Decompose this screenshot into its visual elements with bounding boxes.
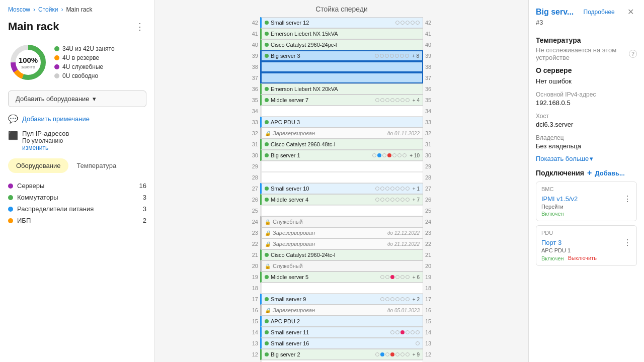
rack-cell-device[interactable]: Big server 3+ 8 <box>260 50 423 61</box>
rack-row: 3434 <box>246 106 437 117</box>
rack-row: 32🔒Зарезервировандо 01.11.202232 <box>246 128 437 139</box>
rack-cell-device[interactable]: Small server 11 <box>260 327 423 338</box>
reserved-date: до 21.12.2022 <box>387 241 420 247</box>
rack-cell-device[interactable]: Big server 2+ 9 <box>260 349 423 360</box>
rack-num-right: 42 <box>423 17 437 28</box>
tab-equipment[interactable]: Оборудование <box>8 158 68 173</box>
rack-cell-continuation[interactable] <box>260 72 423 83</box>
rack-row: 15APC PDU 215 <box>246 316 437 327</box>
port-dot-outline <box>380 275 384 279</box>
breadcrumb-stoyki[interactable]: Стойки <box>38 6 58 13</box>
rack-cell-device[interactable]: 🔒Зарезервировандо 01.11.2022 <box>260 128 423 139</box>
extra-ports-count: + 1 <box>413 186 420 192</box>
rack-cell-device[interactable]: Cisco Catalyst 2960-24tc-l <box>260 249 423 260</box>
more-options-button[interactable]: ⋮ <box>133 19 146 34</box>
rack-cell-device[interactable]: Small server 9+ 2 <box>260 294 423 305</box>
bmc-link[interactable]: IPMI v1.5/v2 <box>541 195 578 203</box>
rack-cell-device[interactable]: APC PDU 3 <box>260 117 423 128</box>
add-note-link[interactable]: 💬 Добавить примечание <box>0 111 154 127</box>
rack-cell-device[interactable]: Emerson Liebert NX 15kVA <box>260 28 423 39</box>
port-dot-outline <box>416 330 420 334</box>
status-dot <box>265 187 269 191</box>
port-dot-outline <box>385 352 389 356</box>
bmc-goto[interactable]: Перейти <box>541 204 631 210</box>
extra-ports-count: + 8 <box>412 53 419 59</box>
rack-num-left: 32 <box>246 128 260 139</box>
tab-temperature[interactable]: Температура <box>68 158 124 173</box>
rack-cell-device[interactable]: Middle server 5+ 6 <box>260 272 423 283</box>
port-dots <box>395 21 420 25</box>
rack-cell-device[interactable]: Small server 10+ 1 <box>260 183 423 194</box>
rp-add-connection-button[interactable]: + <box>587 168 592 177</box>
rp-add-connection-label[interactable]: Добавь... <box>595 169 624 177</box>
rack-cell-device[interactable]: APC PDU 2 <box>260 316 423 327</box>
rack-cell-device[interactable]: Emerson Liebert NX 20kVA <box>260 83 423 95</box>
pdu-menu-button[interactable]: ⋮ <box>623 238 631 247</box>
bmc-menu-button[interactable]: ⋮ <box>623 194 631 204</box>
status-dot <box>265 54 269 58</box>
device-name: APC PDU 3 <box>271 119 420 125</box>
rack-table: 42Small server 124241Emerson Liebert NX … <box>246 17 437 362</box>
rack-num-right: 23 <box>423 227 437 238</box>
rack-cell-device[interactable]: 🔒Зарезервировандо 12.12.2022 <box>260 227 423 238</box>
rack-num-left: 22 <box>246 238 260 249</box>
rack-cell-device[interactable]: 🔒Зарезервировандо 05.01.2023 <box>260 305 423 316</box>
rp-device-title[interactable]: Big serv... <box>536 8 574 17</box>
status-dot <box>265 87 269 91</box>
close-button[interactable]: ✕ <box>624 6 637 18</box>
rp-connections-section: Подключения + Добавь... <box>536 168 637 177</box>
status-dot <box>265 21 269 25</box>
rack-row: 17Small server 9+ 217 <box>246 294 437 305</box>
port-dot-outline <box>375 98 379 102</box>
rack-cell-device[interactable]: Middle server 7+ 4 <box>260 95 423 106</box>
rp-show-more[interactable]: Показать больше▾ <box>536 155 637 162</box>
rack-row: 26Middle server 4+ 726 <box>246 194 437 205</box>
rack-cell-device[interactable]: Big server 1+ 10 <box>260 150 423 161</box>
rack-row: 23🔒Зарезервировандо 12.12.202223 <box>246 227 437 238</box>
rack-num-right: 32 <box>423 128 437 139</box>
rack-cell-device[interactable]: Middle server 4+ 7 <box>260 194 423 205</box>
port-dot-outline <box>380 198 384 202</box>
pdu-off-button[interactable]: Выключить <box>568 255 597 261</box>
device-name: Big server 1 <box>271 152 370 158</box>
port-dot-outline <box>411 21 415 25</box>
pdu-link[interactable]: Порт 3 <box>541 239 561 246</box>
ip-pool-change-link[interactable]: изменить <box>22 144 48 151</box>
rack-num-right: 20 <box>423 260 437 272</box>
rack-num-left: 42 <box>246 17 260 28</box>
device-name: Middle server 4 <box>271 197 373 203</box>
extra-ports-count: + 10 <box>410 153 420 158</box>
rack-cell-device[interactable]: Small server 16 <box>260 338 423 349</box>
port-dot-outline <box>395 21 399 25</box>
rack-num-left: 27 <box>246 183 260 194</box>
rp-owner-value: Без владельца <box>536 142 637 150</box>
rack-num-left: 36 <box>246 83 260 95</box>
rack-cell-continuation[interactable] <box>260 61 423 72</box>
status-dot <box>265 142 269 146</box>
rack-cell-empty <box>260 360 423 362</box>
rack-cell-device[interactable]: Cisco Catalyst 2960-48tc-l <box>260 139 423 150</box>
rack-cell-device[interactable]: 🔒Служебный <box>260 216 423 227</box>
port-dot-outline <box>406 21 410 25</box>
rack-cell-device[interactable]: 🔒Служебный <box>260 260 423 272</box>
rack-num-right: 33 <box>423 117 437 128</box>
rp-host-value: dci6.3.server <box>536 121 637 128</box>
rack-cell-empty <box>260 283 423 294</box>
add-equipment-button[interactable]: Добавить оборудование ▾ <box>8 90 146 107</box>
reserved-date: до 12.12.2022 <box>387 230 420 236</box>
port-dot-outline <box>385 187 389 191</box>
rack-cell-device[interactable]: Cisco Catalyst 2960-24pc-l <box>260 39 423 50</box>
status-dot <box>265 32 269 36</box>
rack-row: 40Cisco Catalyst 2960-24pc-l40 <box>246 39 437 50</box>
port-dot-red <box>387 153 391 157</box>
rack-num-right: 11 <box>423 360 437 362</box>
rack-cell-empty <box>260 161 423 172</box>
rack-cell-device[interactable]: 🔒Зарезервировандо 21.12.2022 <box>260 238 423 249</box>
rack-num-right: 27 <box>423 183 437 194</box>
rack-num-left: 33 <box>246 117 260 128</box>
rack-cell-device[interactable]: Small server 12 <box>260 17 423 28</box>
extra-ports-count: + 6 <box>413 275 420 280</box>
rack-row: 12Big server 2+ 912 <box>246 349 437 360</box>
rp-details-link[interactable]: Подробнее <box>584 9 615 16</box>
breadcrumb-moscow[interactable]: Moscow <box>8 6 30 13</box>
